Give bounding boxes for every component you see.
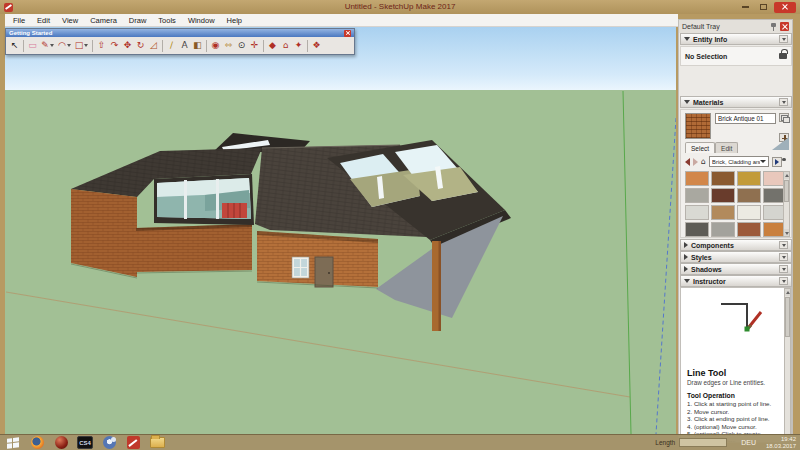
start-button[interactable] [4, 436, 22, 450]
instructor-header[interactable]: Instructor [680, 275, 792, 287]
shadows-options-button[interactable] [779, 265, 788, 273]
scrollbar-thumb[interactable] [785, 297, 790, 337]
taskbar-app-blue-swirl[interactable] [100, 436, 118, 450]
scroll-up-icon[interactable] [784, 172, 789, 179]
share-model-button[interactable]: ✦ [292, 39, 305, 53]
menu-view[interactable]: View [56, 14, 84, 27]
materials-header[interactable]: Materials [680, 96, 792, 108]
select-tool-button[interactable]: ↖ [8, 39, 21, 53]
scale-tool-button[interactable]: ◿ [147, 39, 160, 53]
pin-icon[interactable] [770, 23, 777, 31]
back-arrow-icon[interactable] [685, 158, 690, 166]
material-swatch[interactable] [685, 171, 709, 186]
shapes-tool-button[interactable]: □ [73, 39, 90, 53]
menu-tools[interactable]: Tools [152, 14, 182, 27]
maximize-button[interactable] [756, 2, 770, 12]
paint-bucket-tool-button[interactable]: ◧ [191, 39, 204, 53]
dropdown-caret-icon[interactable] [67, 44, 71, 47]
follow-me-icon: ↷ [111, 41, 119, 50]
getting-started-toolbar[interactable]: Getting Started ↖ ▭ ✎ ◠ □ ⇧ ↷ ✥ ↻ ◿ ∕ A … [5, 28, 355, 55]
extension-warehouse-button[interactable]: ❖ [310, 39, 323, 53]
tray-close-icon[interactable] [780, 22, 789, 31]
material-swatch[interactable] [685, 188, 709, 203]
arc-tool-button[interactable]: ◠ [56, 39, 73, 53]
menu-draw[interactable]: Draw [123, 14, 153, 27]
menu-edit[interactable]: Edit [31, 14, 56, 27]
material-swatch[interactable] [711, 222, 735, 237]
forward-arrow-icon[interactable] [693, 158, 698, 166]
styles-options-button[interactable] [779, 253, 788, 261]
entity-info-options-button[interactable] [779, 35, 788, 43]
follow-me-tool-button[interactable]: ↷ [108, 39, 121, 53]
materials-options-button[interactable] [779, 98, 788, 106]
material-swatch[interactable] [737, 171, 761, 186]
instructor-scrollbar[interactable] [784, 288, 791, 442]
3d-warehouse-button[interactable]: ⌂ [279, 39, 292, 53]
brick-pillar-shade [439, 241, 442, 331]
components-header[interactable]: Components [680, 239, 792, 251]
tab-edit[interactable]: Edit [715, 142, 738, 153]
entity-info-header[interactable]: Entity Info [680, 33, 792, 45]
instructor-options-button[interactable] [779, 277, 788, 285]
secondary-pane-button[interactable] [779, 113, 789, 122]
dropdown-caret-icon[interactable] [50, 44, 54, 47]
styles-header[interactable]: Styles [680, 251, 792, 263]
window-titlebar[interactable]: Untitled - SketchUp Make 2017 [0, 0, 800, 14]
material-name-field[interactable] [715, 113, 776, 124]
tape-measure-tool-button[interactable]: ∕ [165, 39, 178, 53]
viewport-3d[interactable]: Getting Started ↖ ▭ ✎ ◠ □ ⇧ ↷ ✥ ↻ ◿ ∕ A … [5, 27, 676, 434]
dropdown-caret-icon[interactable] [84, 44, 88, 47]
home-icon[interactable]: ⌂ [701, 158, 706, 166]
scroll-down-icon[interactable] [784, 229, 789, 236]
material-preview-thumbnail[interactable] [685, 113, 711, 139]
language-indicator[interactable]: DEU [741, 439, 756, 446]
close-button[interactable] [774, 2, 796, 13]
menu-file[interactable]: File [7, 14, 31, 27]
move-tool-button[interactable]: ✥ [121, 39, 134, 53]
zoom-tool-button[interactable]: ⊙ [235, 39, 248, 53]
taskbar-app-explorer[interactable] [148, 436, 166, 450]
tray-header[interactable]: Default Tray [679, 20, 792, 33]
material-swatch[interactable] [711, 205, 735, 220]
material-swatch[interactable] [737, 188, 761, 203]
model-canvas[interactable] [5, 27, 676, 434]
materials-scrollbar[interactable] [783, 171, 790, 237]
details-button[interactable] [772, 157, 782, 167]
material-swatch[interactable] [711, 171, 735, 186]
taskbar-app-sketchup[interactable] [124, 436, 142, 450]
minimize-button[interactable] [738, 2, 752, 12]
toolbar-close-icon[interactable] [344, 30, 351, 37]
measurements-field[interactable] [679, 438, 727, 447]
text-tool-button[interactable]: A [178, 39, 191, 53]
material-swatch[interactable] [685, 205, 709, 220]
scrollbar-thumb[interactable] [784, 180, 789, 202]
sample-paint-triangle[interactable] [772, 137, 789, 150]
taskbar-app-firefox[interactable] [28, 436, 46, 450]
model-info-button[interactable]: ◆ [266, 39, 279, 53]
pan-tool-button[interactable]: ⇔ [222, 39, 235, 53]
menu-help[interactable]: Help [221, 14, 248, 27]
rotate-tool-button[interactable]: ↻ [134, 39, 147, 53]
lock-icon[interactable] [779, 53, 787, 59]
orbit-tool-button[interactable]: ◉ [209, 39, 222, 53]
collection-dropdown[interactable]: Brick, Cladding and Siding [709, 156, 769, 167]
taskbar-app-photoshop-cs4[interactable]: CS4 [76, 436, 94, 450]
menu-camera[interactable]: Camera [84, 14, 123, 27]
material-swatch[interactable] [711, 188, 735, 203]
push-pull-tool-button[interactable]: ⇧ [95, 39, 108, 53]
tab-select[interactable]: Select [685, 142, 715, 153]
components-options-button[interactable] [779, 241, 788, 249]
zoom-extents-tool-button[interactable]: ✛ [248, 39, 261, 53]
toolbar-titlebar[interactable]: Getting Started [6, 29, 354, 37]
move-icon: ✥ [124, 41, 132, 50]
material-swatch[interactable] [737, 205, 761, 220]
material-swatch[interactable] [737, 222, 761, 237]
menu-window[interactable]: Window [182, 14, 221, 27]
eraser-tool-button[interactable]: ▭ [26, 39, 39, 53]
line-tool-button[interactable]: ✎ [39, 39, 56, 53]
taskbar-app-red-sphere[interactable] [52, 436, 70, 450]
shadows-header[interactable]: Shadows [680, 263, 792, 275]
scroll-up-icon[interactable] [785, 289, 790, 296]
material-swatch[interactable] [685, 222, 709, 237]
taskbar-clock[interactable]: 19:42 18.03.2017 [766, 436, 796, 450]
